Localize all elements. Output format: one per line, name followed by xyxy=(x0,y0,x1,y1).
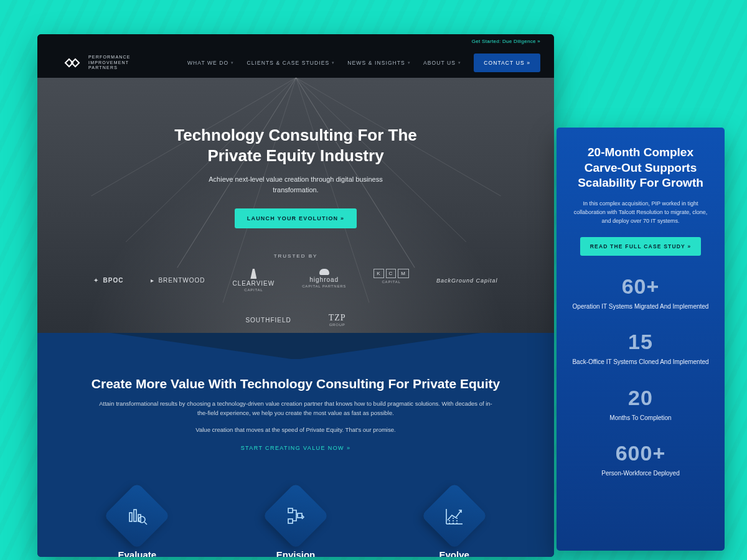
stat-item: 20 Months To Completion xyxy=(570,386,711,423)
nav-clients[interactable]: CLIENTS & CASE STUDIES▾ xyxy=(247,60,335,66)
pillar-title: Evaluate xyxy=(67,549,207,557)
logo-bpoc: ✦ BPOC xyxy=(93,269,123,292)
case-study-panel: 20-Month ComplexCarve-Out SupportsScalab… xyxy=(557,128,725,551)
value-prop-section: Create More Value With Technology Consul… xyxy=(37,359,554,477)
read-case-study-button[interactable]: READ THE FULL CASE STUDY » xyxy=(580,237,702,256)
launch-evolution-button[interactable]: LAUNCH YOUR EVOLUTION » xyxy=(235,208,357,228)
primary-nav: PERFORMANCEIMPROVEMENTPARTNERS WHAT WE D… xyxy=(37,48,554,78)
stat-item: 600+ Person-Workforce Deployed xyxy=(570,441,711,478)
hero-section: Technology Consulting For ThePrivate Equ… xyxy=(37,78,554,333)
pillar-title: Envision xyxy=(226,549,366,557)
logo-background-capital: BackGround Capital xyxy=(436,269,498,292)
stat-number: 600+ xyxy=(570,441,711,465)
svg-line-5 xyxy=(144,522,147,525)
brand-name: PERFORMANCEIMPROVEMENTPARTNERS xyxy=(88,55,131,71)
nav-what-we-do[interactable]: WHAT WE DO▾ xyxy=(187,60,235,66)
value-paragraph-1: Attain transformational results by choos… xyxy=(96,399,495,418)
pillar-title: Evolve xyxy=(384,549,524,557)
hero-title: Technology Consulting For ThePrivate Equ… xyxy=(37,125,554,166)
chevron-down-icon: ▾ xyxy=(408,60,411,65)
stat-label: Person-Workforce Deployed xyxy=(570,469,711,478)
logo-kcm: KCMCAPITAL xyxy=(374,269,409,292)
chevron-down-icon: ▾ xyxy=(458,60,461,65)
svg-rect-2 xyxy=(134,510,136,521)
stat-number: 20 xyxy=(570,386,711,410)
logo-icon xyxy=(63,57,82,69)
pillar-evaluate: Evaluate Assess potential, identify oppo… xyxy=(67,492,207,557)
hero-subtitle: Achieve next-level value creation throug… xyxy=(37,174,554,195)
stat-number: 60+ xyxy=(570,274,711,299)
logo-highroad: highroadCAPITAL PARTNERS xyxy=(302,269,346,292)
brand[interactable]: PERFORMANCEIMPROVEMENTPARTNERS xyxy=(63,55,131,71)
pillar-evolve: Evolve It's simple: you need to outperfo… xyxy=(384,492,524,557)
value-heading: Create More Value With Technology Consul… xyxy=(75,376,517,391)
client-logo-row: ✦ BPOC ▸BRENTWOOD CLEARVIEWCAPITAL highr… xyxy=(37,269,554,327)
utility-bar: Get Started: Due Diligence » xyxy=(37,34,554,48)
contact-us-button[interactable]: CONTACT US » xyxy=(474,54,540,72)
lighthouse-icon xyxy=(250,269,256,279)
panel-blurb: In this complex acquisition, PIP worked … xyxy=(570,200,711,226)
evaluate-icon xyxy=(104,482,171,549)
nav-news[interactable]: NEWS & INSIGHTS▾ xyxy=(347,60,411,66)
logo-brentwood: ▸BRENTWOOD xyxy=(151,269,205,292)
pillars-row: Evaluate Assess potential, identify oppo… xyxy=(37,477,554,557)
logo-tzp: TZPGROUP xyxy=(329,313,346,327)
svg-rect-1 xyxy=(129,513,132,521)
stat-item: 15 Back-Office IT Systems Cloned And Imp… xyxy=(570,330,711,367)
panel-heading: 20-Month ComplexCarve-Out SupportsScalab… xyxy=(570,145,711,191)
evolve-icon xyxy=(421,482,487,549)
nav-about[interactable]: ABOUT US▾ xyxy=(423,60,461,66)
stat-label: Months To Completion xyxy=(570,414,711,423)
svg-rect-7 xyxy=(298,513,302,518)
stat-item: 60+ Operation IT Systems Migrated And Im… xyxy=(570,274,711,312)
website-preview-card: Get Started: Due Diligence » PERFORMANCE… xyxy=(37,34,554,557)
svg-rect-6 xyxy=(288,508,293,513)
value-paragraph-2: Value creation that moves at the speed o… xyxy=(96,425,495,434)
start-creating-value-link[interactable]: START CREATING VALUE NOW » xyxy=(241,445,351,451)
svg-point-4 xyxy=(139,516,145,523)
chevron-down-icon: ▾ xyxy=(332,60,335,65)
trusted-by-label: TRUSTED BY xyxy=(37,253,554,259)
section-divider xyxy=(37,333,554,359)
logo-southfield: SOUTHFIELD TZPGROUP xyxy=(75,313,517,327)
logo-clearview: CLEARVIEWCAPITAL xyxy=(233,269,275,292)
pillar-envision: Envision Devise a technology-driven busi… xyxy=(226,492,366,557)
envision-icon xyxy=(262,482,329,549)
svg-marker-0 xyxy=(37,333,554,359)
chevron-down-icon: ▾ xyxy=(231,60,234,65)
get-started-link[interactable]: Get Started: Due Diligence » xyxy=(472,39,540,44)
stat-label: Operation IT Systems Migrated And Implem… xyxy=(570,302,711,312)
stat-label: Back-Office IT Systems Cloned And Implem… xyxy=(570,358,711,367)
svg-rect-8 xyxy=(288,519,293,523)
stat-number: 15 xyxy=(570,330,711,354)
cloud-icon xyxy=(319,269,329,275)
